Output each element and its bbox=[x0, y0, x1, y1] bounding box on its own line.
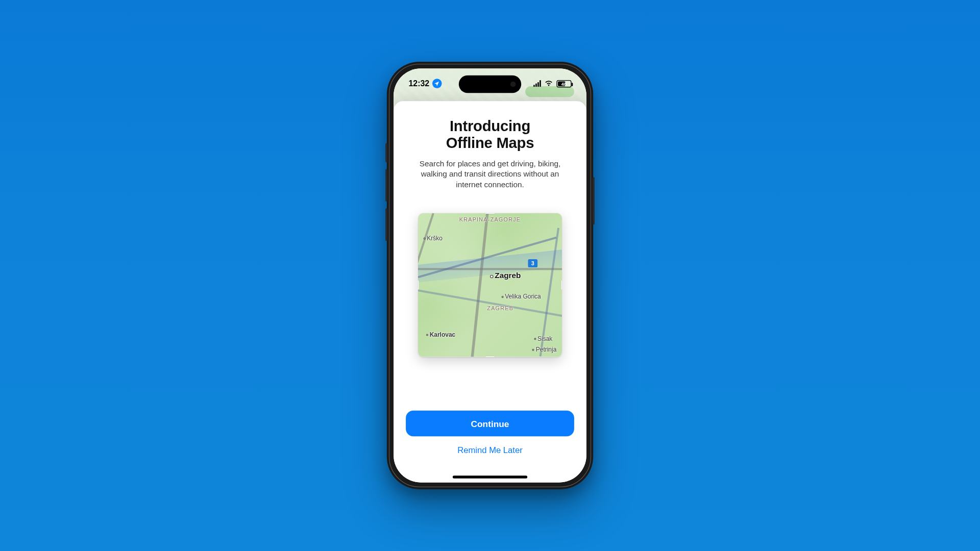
dynamic-island[interactable] bbox=[459, 76, 521, 93]
sheet-title: Introducing Offline Maps bbox=[446, 117, 534, 152]
map-label-karlovac: Karlovac bbox=[426, 331, 455, 338]
sheet-subtitle: Search for places and get driving, bikin… bbox=[412, 159, 568, 190]
mute-switch[interactable] bbox=[385, 143, 387, 162]
continue-button[interactable]: Continue bbox=[406, 411, 574, 437]
map-label-zagreb: Zagreb bbox=[490, 271, 521, 280]
volume-down-button[interactable] bbox=[385, 208, 387, 241]
battery-icon: 48 bbox=[556, 80, 571, 87]
sheet-title-line1: Introducing bbox=[446, 117, 534, 135]
map-label-velika-gorica: Velika Gorica bbox=[502, 293, 541, 300]
wifi-icon bbox=[544, 79, 553, 88]
map-region-preview[interactable]: Krapina-Zagorje Krško 3 Zagreb Velika Go… bbox=[418, 213, 562, 357]
map-label-region-zagreb: Zagreb bbox=[487, 306, 513, 312]
sheet-title-line2: Offline Maps bbox=[446, 135, 534, 152]
cellular-signal-icon bbox=[533, 80, 541, 87]
power-button[interactable] bbox=[593, 177, 595, 224]
route-shield-icon: 3 bbox=[528, 259, 537, 267]
map-label-krsko: Krško bbox=[424, 235, 443, 241]
status-time: 12:32 bbox=[408, 79, 429, 88]
map-label-region-krapina: Krapina-Zagorje bbox=[459, 217, 521, 223]
location-services-icon bbox=[432, 79, 442, 88]
sheet-actions: Continue Remind Me Later bbox=[406, 411, 574, 470]
battery-level: 48 bbox=[561, 81, 567, 86]
remind-me-later-button[interactable]: Remind Me Later bbox=[406, 443, 574, 456]
offline-maps-sheet: Introducing Offline Maps Search for plac… bbox=[394, 101, 586, 482]
map-label-sisak: Sisak bbox=[534, 335, 552, 342]
screen: 12:32 48 Introducing bbox=[394, 68, 586, 482]
home-indicator[interactable] bbox=[453, 475, 527, 478]
phone-frame: 12:32 48 Introducing bbox=[387, 62, 593, 489]
volume-up-button[interactable] bbox=[385, 169, 387, 202]
map-label-petrinja: Petrinja bbox=[532, 346, 556, 353]
